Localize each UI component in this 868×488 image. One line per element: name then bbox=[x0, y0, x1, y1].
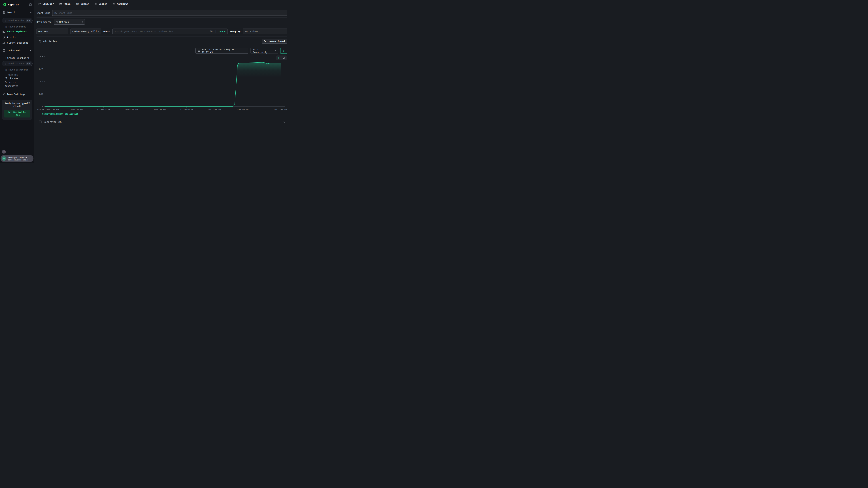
lucene-toggle[interactable]: Lucene bbox=[218, 30, 225, 33]
tab-number[interactable]: 123 Number bbox=[74, 0, 91, 8]
sidebar-item-client-sessions[interactable]: Client Sessions bbox=[0, 40, 34, 45]
where-search-input[interactable] bbox=[115, 30, 209, 33]
generated-sql-section: Generated SQL bbox=[34, 119, 289, 125]
play-icon bbox=[282, 50, 285, 52]
user-email: demos@clickhouse.com bbox=[8, 156, 28, 159]
granularity-value: Auto Granularity bbox=[253, 48, 272, 54]
legend-swatch bbox=[39, 114, 41, 114]
series-row: Maximum system.memory.utiliza Where SQL … bbox=[34, 26, 289, 36]
chart-legend[interactable]: max(system.memory.utilization) bbox=[39, 112, 289, 115]
saved-dashboards-input[interactable] bbox=[7, 62, 25, 65]
tab-label: Table bbox=[63, 3, 70, 5]
get-started-button[interactable]: Get Started for Free bbox=[4, 110, 30, 118]
chevron-down-icon bbox=[274, 50, 276, 52]
sidebar-section-search[interactable]: Search bbox=[0, 9, 34, 16]
preset-clickhouse[interactable]: Clickhouse bbox=[0, 76, 34, 80]
sidebar-item-label: Alerts bbox=[7, 36, 16, 38]
svg-text:12:09:45 PM: 12:09:45 PM bbox=[152, 108, 166, 111]
data-source-value: Metrics bbox=[59, 21, 80, 23]
bar-chart-icon[interactable] bbox=[282, 57, 285, 59]
user-menu[interactable]: D demos@clickhouse.com demos@clickhouse.… bbox=[1, 155, 33, 162]
svg-text:12:04:30 PM: 12:04:30 PM bbox=[69, 108, 83, 111]
sidebar-section-dashboards-label: Dashboards bbox=[7, 49, 28, 52]
aggregation-select[interactable]: Maximum bbox=[36, 29, 68, 34]
close-icon[interactable] bbox=[98, 31, 100, 33]
saved-dashboards-search[interactable]: ⌘ K bbox=[2, 61, 33, 66]
presets-toggle[interactable]: PRESETS bbox=[5, 74, 34, 76]
chart-display-toggle bbox=[276, 56, 287, 60]
tab-table[interactable]: Table bbox=[58, 0, 72, 8]
group-by-input[interactable] bbox=[243, 29, 287, 34]
sidebar-item-alerts[interactable]: Alerts bbox=[0, 34, 34, 40]
svg-text:May 16 12:02:30 PM: May 16 12:02:30 PM bbox=[37, 108, 59, 111]
help-button[interactable]: ? bbox=[2, 150, 6, 154]
date-range-picker[interactable]: May 16 12:02:43 - May 16 12:17:43 bbox=[195, 48, 248, 54]
tab-label: Search bbox=[99, 3, 107, 5]
sidebar-section-search-label: Search bbox=[7, 11, 28, 14]
metric-field-tag[interactable]: system.memory.utiliza bbox=[70, 29, 101, 34]
chevron-down-icon bbox=[283, 121, 286, 123]
query-language-toggle: SQL | Lucene bbox=[210, 30, 225, 33]
search-icon bbox=[4, 63, 6, 65]
tab-line-bar[interactable]: Line/Bar bbox=[36, 0, 56, 8]
svg-text:12:11:30 PM: 12:11:30 PM bbox=[180, 108, 193, 111]
where-search-box: SQL | Lucene bbox=[113, 29, 227, 34]
shortcut-badge: ⌘ K bbox=[26, 62, 31, 65]
table-icon bbox=[59, 3, 62, 5]
sidebar-item-team-settings[interactable]: Team Settings bbox=[0, 92, 34, 97]
dashboards-icon bbox=[3, 49, 5, 52]
granularity-select[interactable]: Auto Granularity bbox=[250, 48, 278, 54]
chart-controls-row: May 16 12:02:43 - May 16 12:17:43 Auto G… bbox=[34, 43, 289, 54]
line-chart-icon[interactable] bbox=[278, 57, 281, 59]
saved-searches-search[interactable]: ⌘ K bbox=[2, 18, 33, 23]
data-source-select[interactable]: Metrics bbox=[54, 19, 85, 25]
sql-toggle[interactable]: SQL bbox=[210, 30, 214, 33]
list-icon bbox=[95, 3, 97, 5]
svg-text:0.6: 0.6 bbox=[40, 56, 43, 58]
svg-text:123: 123 bbox=[76, 3, 79, 5]
where-label: Where bbox=[103, 30, 110, 33]
legend-label: max(system.memory.utilization) bbox=[42, 112, 80, 115]
generated-sql-toggle[interactable]: Generated SQL bbox=[34, 119, 289, 125]
data-source-row: Data Source Metrics bbox=[34, 18, 289, 26]
tab-search[interactable]: Search bbox=[93, 0, 109, 8]
toggle-divider: | bbox=[215, 30, 216, 33]
svg-text:12:08:00 PM: 12:08:00 PM bbox=[125, 108, 138, 111]
chart-name-input[interactable] bbox=[52, 10, 287, 16]
live-play-button[interactable] bbox=[280, 48, 287, 54]
group-by-label: Group By bbox=[230, 30, 241, 33]
saved-searches-input[interactable] bbox=[7, 19, 25, 22]
chart-plot[interactable]: 00.150.30.450.6May 16 12:02:30 PM12:04:3… bbox=[36, 55, 287, 112]
chart-area: 00.150.30.450.6May 16 12:02:30 PM12:04:3… bbox=[36, 55, 287, 112]
tab-label: Markdown bbox=[117, 3, 128, 5]
journal-icon bbox=[3, 11, 5, 14]
add-series-button[interactable]: Add Series bbox=[39, 40, 57, 43]
series-actions-row: Add Series Set number format bbox=[34, 37, 289, 43]
no-saved-dashboards-text: No saved dashboards bbox=[5, 68, 34, 71]
tab-markdown[interactable]: Markdown bbox=[111, 0, 130, 8]
generated-sql-label: Generated SQL bbox=[44, 121, 281, 123]
line-chart-icon bbox=[2, 30, 5, 33]
no-saved-searches-text: No saved searches bbox=[5, 26, 34, 28]
line-chart-icon bbox=[38, 3, 41, 5]
tab-label: Number bbox=[81, 3, 89, 5]
svg-text:0.3: 0.3 bbox=[40, 80, 43, 83]
user-team: demos@clickhouse.com's bbox=[8, 159, 28, 161]
data-source-label: Data Source bbox=[36, 21, 52, 23]
add-series-label: Add Series bbox=[43, 40, 57, 43]
date-range-value: May 16 12:02:43 - May 16 12:17:43 bbox=[202, 48, 246, 54]
set-number-format-button[interactable]: Set number format bbox=[262, 39, 287, 43]
plus-circle-icon bbox=[39, 40, 41, 43]
svg-text:12:15:00 PM: 12:15:00 PM bbox=[235, 108, 248, 111]
chart-name-row: Chart Name bbox=[34, 8, 289, 18]
sidebar-section-dashboards[interactable]: Dashboards bbox=[0, 47, 34, 54]
sidebar-collapse-icon[interactable] bbox=[29, 3, 32, 6]
preset-services[interactable]: Services bbox=[0, 80, 34, 84]
database-icon bbox=[56, 21, 58, 23]
app-title: HyperDX bbox=[8, 3, 29, 6]
cloud-promo-line1: Ready to use HyperDX bbox=[4, 102, 30, 105]
preset-kubernetes[interactable]: Kubernetes bbox=[0, 84, 34, 88]
presets-label: PRESETS bbox=[8, 74, 18, 76]
create-dashboard-button[interactable]: + Create Dashboard bbox=[4, 57, 34, 59]
sidebar-item-chart-explorer[interactable]: Chart Explorer bbox=[0, 29, 34, 34]
